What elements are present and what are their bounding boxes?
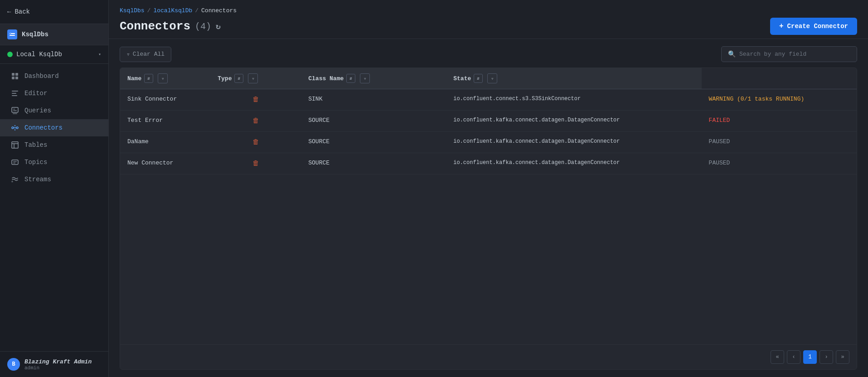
sidebar-item-connectors[interactable]: Connectors [0, 119, 108, 136]
table-row[interactable]: New Connector 🗑 SOURCE io.confluent.kafk… [120, 153, 857, 174]
delete-button-1[interactable]: 🗑 [210, 111, 301, 132]
back-arrow-icon: ← [7, 8, 11, 15]
delete-button-0[interactable]: 🗑 [210, 89, 301, 111]
cell-name-2: DaName [120, 132, 210, 153]
svg-rect-10 [12, 107, 18, 112]
cell-classname-3: io.confluent.kafka.connect.datagen.Datag… [446, 153, 701, 174]
svg-point-2 [10, 33, 11, 34]
cell-type-2: SOURCE [301, 132, 446, 153]
editor-icon [11, 89, 19, 97]
back-label: Back [15, 8, 30, 15]
sidebar-item-label: Tables [24, 141, 47, 149]
svg-rect-7 [12, 91, 18, 92]
avatar: B [7, 358, 20, 371]
page-title-text: Connectors [120, 19, 190, 33]
sidebar-item-queries[interactable]: Queries [0, 102, 108, 119]
filter-state-icon[interactable]: ▿ [487, 73, 497, 83]
sidebar-item-editor[interactable]: Editor [0, 85, 108, 102]
pagination: « ‹ 1 › » [120, 344, 857, 369]
sidebar-item-dashboard[interactable]: Dashboard [0, 68, 108, 85]
filter-name-icon[interactable]: ▿ [158, 73, 168, 83]
create-connector-button[interactable]: + Create Connector [770, 18, 857, 35]
sort-type-icon[interactable]: ⇵ [234, 74, 243, 83]
connectors-icon [11, 124, 19, 132]
svg-rect-11 [13, 113, 17, 114]
cell-type-1: SOURCE [301, 111, 446, 132]
breadcrumb-sep-1: / [147, 7, 151, 14]
ksqldb-header[interactable]: KsqlDbs [0, 24, 108, 45]
pagination-last[interactable]: » [836, 350, 849, 364]
page-title: Connectors (4) ↻ [120, 19, 221, 33]
clear-all-label: Clear All [133, 51, 165, 58]
cell-state-2: PAUSED [702, 132, 857, 153]
table-header-row: Name ⇵ ▿ Type ⇵ ▿ [120, 68, 857, 89]
svg-point-14 [12, 127, 14, 129]
cell-type-3: SOURCE [301, 153, 446, 174]
ksqldb-icon [7, 29, 17, 39]
sort-state-icon[interactable]: ⇵ [474, 74, 483, 83]
online-indicator [7, 52, 13, 57]
connectors-table: Name ⇵ ▿ Type ⇵ ▿ [120, 68, 857, 174]
ksqldb-label: KsqlDbs [22, 31, 48, 38]
svg-rect-9 [12, 95, 17, 96]
sidebar-item-streams[interactable]: Streams [0, 171, 108, 188]
cell-classname-0: io.confluent.connect.s3.S3SinkConnector [446, 89, 701, 111]
table-row[interactable]: Sink Connector 🗑 SINK io.confluent.conne… [120, 89, 857, 111]
sidebar-footer: B Blazing Kraft Admin admin [0, 351, 108, 377]
svg-rect-5 [12, 77, 15, 79]
sidebar-item-label: Editor [24, 90, 47, 97]
filter-type-icon[interactable]: ▿ [248, 73, 258, 83]
breadcrumb-ksqldbs[interactable]: KsqlDbs [120, 7, 145, 14]
local-ksqldb-label: Local KsqlDb [16, 51, 95, 58]
th-state: State ⇵ ▿ [446, 68, 701, 89]
sort-name-icon[interactable]: ⇵ [144, 74, 153, 83]
breadcrumb-local[interactable]: localKsqlDb [153, 7, 192, 14]
delete-button-3[interactable]: 🗑 [210, 153, 301, 174]
pagination-next[interactable]: › [820, 350, 833, 364]
cell-classname-1: io.confluent.kafka.connect.datagen.Datag… [446, 111, 701, 132]
cell-name-0: Sink Connector [120, 89, 210, 111]
svg-rect-19 [12, 142, 18, 148]
back-button[interactable]: ← Back [0, 0, 108, 24]
pagination-prev[interactable]: ‹ [787, 350, 800, 364]
search-box: 🔍 [721, 46, 857, 62]
create-connector-label: Create Connector [787, 23, 848, 30]
streams-icon [11, 175, 19, 184]
sidebar-item-tables[interactable]: Tables [0, 136, 108, 154]
sidebar-item-label: Streams [24, 176, 51, 183]
filter-classname-icon[interactable]: ▿ [360, 73, 370, 83]
refresh-icon[interactable]: ↻ [216, 21, 221, 31]
sidebar-item-label: Dashboard [24, 72, 59, 80]
search-input[interactable] [739, 51, 850, 58]
pagination-current[interactable]: 1 [803, 350, 817, 364]
svg-rect-3 [12, 73, 15, 76]
table-row[interactable]: Test Error 🗑 SOURCE io.confluent.kafka.c… [120, 111, 857, 132]
cell-name-3: New Connector [120, 153, 210, 174]
cell-state-3: PAUSED [702, 153, 857, 174]
cell-state-1: FAILED [702, 111, 857, 132]
tables-icon [11, 141, 19, 149]
pagination-first[interactable]: « [771, 350, 784, 364]
svg-rect-24 [13, 163, 15, 164]
dashboard-icon [11, 72, 19, 80]
sidebar: ← Back KsqlDbs Local KsqlDb ▾ [0, 0, 109, 377]
delete-button-2[interactable]: 🗑 [210, 132, 301, 153]
sort-classname-icon[interactable]: ⇵ [346, 74, 355, 83]
plus-icon: + [779, 22, 784, 30]
page-title-row: Connectors (4) ↻ + Create Connector [120, 18, 857, 35]
table-row[interactable]: DaName 🗑 SOURCE io.confluent.kafka.conne… [120, 132, 857, 153]
svg-rect-6 [15, 77, 18, 79]
clear-all-button[interactable]: ▿ Clear All [120, 47, 171, 62]
cell-type-0: SINK [301, 89, 446, 111]
queries-icon [11, 106, 19, 115]
sidebar-item-label: Topics [24, 159, 47, 166]
breadcrumb-sep-2: / [195, 7, 199, 14]
table-container: ▿ Clear All 🔍 Name ⇵ [109, 39, 868, 377]
local-ksqldb-selector[interactable]: Local KsqlDb ▾ [0, 45, 108, 64]
user-name: Blazing Kraft Admin [24, 358, 92, 365]
topics-icon [11, 158, 19, 166]
table-scroll: Name ⇵ ▿ Type ⇵ ▿ [120, 68, 857, 344]
toolbar: ▿ Clear All 🔍 [120, 46, 857, 62]
search-icon: 🔍 [728, 50, 736, 58]
sidebar-item-topics[interactable]: Topics [0, 154, 108, 171]
